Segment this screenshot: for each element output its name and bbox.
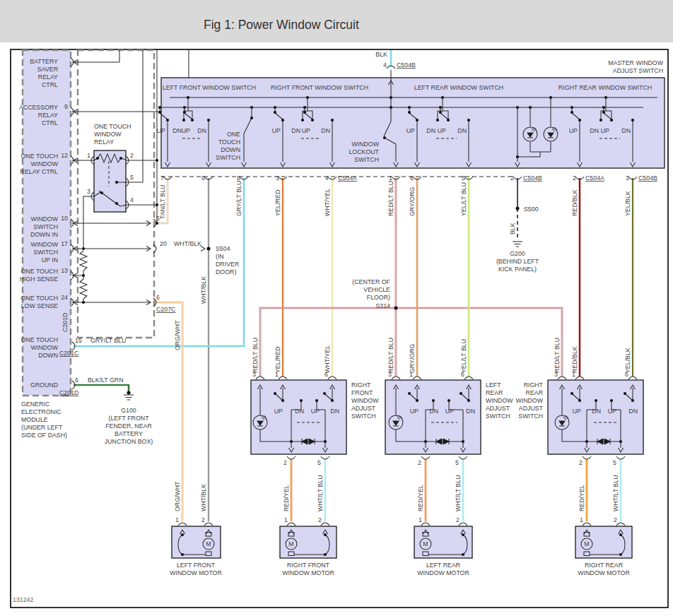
- connector-c504b: C504B: [523, 174, 542, 182]
- svg-text:YEL/LT BLU: YEL/LT BLU: [460, 182, 467, 216]
- section-left-rear: LEFT REAR WINDOW SWITCH: [414, 84, 503, 91]
- svg-text:UP: UP: [410, 408, 419, 415]
- svg-text:UP: UP: [438, 127, 446, 134]
- pin-number: 5: [130, 174, 134, 181]
- svg-text:RED/LT BLU: RED/LT BLU: [554, 338, 561, 373]
- pin-number: 3: [554, 371, 558, 378]
- pin-number: 1: [572, 371, 575, 378]
- pin-number: 2: [579, 459, 583, 466]
- connector-c504b: C504B: [638, 174, 657, 182]
- svg-text:DN: DN: [291, 127, 300, 134]
- gem-label-ground: GROUND: [30, 381, 58, 389]
- connector-c504a: C504A: [338, 174, 357, 182]
- splice-s500: S500: [524, 206, 539, 213]
- svg-text:UP: UP: [157, 127, 165, 134]
- motor-label: RIGHT FRONTWINDOW MOTOR: [282, 562, 334, 576]
- gem-label-high-sense: ONE TOUCHHIGH SENSE: [20, 268, 58, 283]
- ground-g100: G100: [121, 407, 136, 414]
- pin-number: 3: [626, 174, 629, 182]
- svg-text:RED/YEL: RED/YEL: [283, 485, 290, 511]
- section-left-front: LEFT FRONT WINDOW SWITCH: [163, 84, 256, 91]
- connector-c504a: C504A: [585, 174, 604, 182]
- svg-text:WHT/YEL: WHT/YEL: [324, 345, 331, 373]
- svg-text:UP: UP: [569, 127, 578, 134]
- connector-c504b: C504B: [397, 61, 416, 69]
- motor-m: M: [206, 540, 211, 547]
- svg-text:ORG/WHT: ORG/WHT: [174, 320, 181, 350]
- svg-text:DN: DN: [330, 408, 339, 415]
- svg-text:DN: DN: [426, 127, 435, 134]
- svg-text:DN: DN: [628, 408, 638, 415]
- section-right-rear: RIGHT REAR WINDOW SWITCH: [558, 84, 652, 91]
- pin-number: 2: [510, 174, 514, 182]
- svg-text:YEL/LT BLU: YEL/LT BLU: [460, 339, 467, 373]
- pin-number: 6: [324, 371, 328, 378]
- master-switch-title: MASTER WINDOWADJUST SWITCH: [608, 59, 663, 74]
- pin-number: 13: [61, 267, 68, 274]
- pin-number: 3: [252, 371, 256, 378]
- motor-m: M: [288, 540, 293, 547]
- svg-text:RED/BLK: RED/BLK: [571, 189, 578, 216]
- svg-text:DN: DN: [621, 127, 631, 134]
- pin-number: 3: [87, 188, 90, 195]
- svg-text:DN: DN: [321, 127, 330, 134]
- svg-text:RED/LT BLU: RED/LT BLU: [387, 338, 394, 373]
- pin-number: 6: [625, 371, 628, 378]
- pin-number: 2: [573, 174, 576, 182]
- connector-c207c: C207C: [156, 306, 176, 313]
- splice-s314: S314: [375, 302, 390, 309]
- svg-text:WHT/LT BLU: WHT/LT BLU: [612, 475, 619, 511]
- svg-text:DN: DN: [590, 127, 599, 134]
- pin-number: 1: [580, 516, 583, 523]
- svg-text:RED/YEL: RED/YEL: [578, 485, 585, 511]
- svg-text:UP: UP: [445, 408, 454, 415]
- connector-c201c: C201C: [59, 350, 79, 357]
- svg-text:DN: DN: [429, 408, 438, 415]
- wiring-diagram: Fig 1: Power Window Circuit BATTERYSAVER…: [0, 0, 673, 616]
- svg-text:GRY/LT BLU: GRY/LT BLU: [235, 181, 242, 216]
- pin-number: 5: [613, 459, 616, 466]
- splice-s504: S504: [216, 245, 230, 252]
- pin-number: 2: [130, 152, 134, 159]
- svg-text:DN: DN: [172, 127, 182, 134]
- svg-text:RED/BLK: RED/BLK: [571, 346, 578, 373]
- svg-text:RED/LT BLU: RED/LT BLU: [252, 338, 259, 373]
- motor-label: LEFT FRONTWINDOW MOTOR: [170, 562, 222, 576]
- pin-number: 17: [61, 240, 68, 247]
- svg-text:UP: UP: [272, 127, 281, 134]
- pin-number: 24: [61, 294, 68, 301]
- ground-g200: G200: [510, 250, 525, 257]
- pin-number: 4: [325, 174, 329, 182]
- pin-number: 1: [409, 371, 413, 378]
- svg-text:RED/LT BLU: RED/LT BLU: [387, 181, 394, 216]
- gem-label-low-sense: ONE TOUCHLOW SENSE: [21, 295, 59, 309]
- svg-text:WHT/BLK: WHT/BLK: [200, 276, 207, 304]
- motor-m: M: [584, 540, 589, 547]
- motor-label: RIGHT REARWINDOW MOTOR: [578, 562, 630, 576]
- svg-text:DN: DN: [457, 127, 467, 134]
- pin-number: 1: [389, 174, 392, 182]
- svg-text:DN: DN: [592, 408, 601, 415]
- svg-text:UP: UP: [311, 408, 320, 415]
- svg-text:DN: DN: [466, 408, 475, 415]
- svg-text:WHT/BLK: WHT/BLK: [200, 484, 207, 511]
- connector-c201d-side: C201D: [62, 313, 69, 332]
- wire-label: BLK: [375, 51, 387, 58]
- motor-m: M: [423, 540, 428, 547]
- pin-number: 5: [462, 174, 465, 182]
- pin-number: 5: [317, 459, 321, 466]
- pin-number: 6: [201, 174, 205, 182]
- svg-text:YEL/BLK: YEL/BLK: [624, 191, 631, 216]
- svg-text:UP: UP: [182, 127, 190, 134]
- svg-text:GRY/ORG: GRY/ORG: [409, 186, 416, 216]
- connector-c201d: C201D: [59, 389, 78, 396]
- pin-number: 3: [276, 174, 279, 182]
- wire-label: GRY/LT BLU: [90, 337, 126, 344]
- pin-number: 2: [614, 516, 617, 523]
- svg-text:ORG/WHT: ORG/WHT: [174, 481, 181, 511]
- svg-text:GRY/ORG: GRY/ORG: [409, 343, 416, 373]
- pin-number: 1: [419, 516, 422, 523]
- pin-number: 6: [75, 377, 78, 384]
- pin-number: 2: [283, 459, 287, 466]
- figure-id: 131242: [13, 596, 33, 603]
